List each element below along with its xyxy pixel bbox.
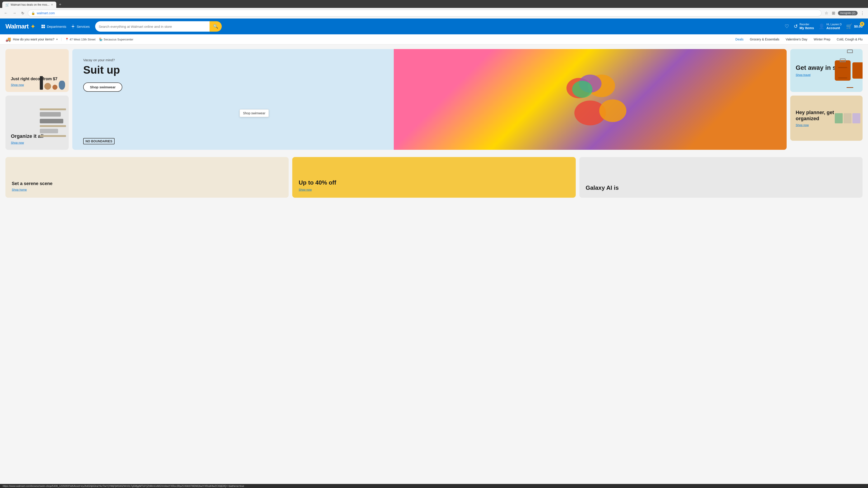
extensions-button[interactable]: ⊞: [831, 10, 836, 17]
shoe-3: [40, 129, 58, 133]
svg-point-4: [72, 26, 74, 27]
search-bar: 🔍: [95, 21, 222, 32]
home-shop-link[interactable]: Shop home: [12, 188, 282, 191]
candle-icon: [40, 76, 43, 90]
incognito-badge: Incognito (2): [838, 11, 858, 15]
store-text: Secaucus Supercenter: [103, 38, 133, 41]
back-button[interactable]: ←: [3, 10, 9, 16]
cart-button[interactable]: 🛒 0 $0.00: [846, 24, 863, 29]
tab-close-button[interactable]: ✕: [51, 3, 53, 6]
reorder-text: Reorder My Items: [800, 23, 814, 30]
grid-icon: [41, 24, 45, 29]
right-column: Get away in style Shop travel Hey planne…: [790, 49, 863, 150]
swimwear-svg: [547, 61, 633, 138]
svg-rect-0: [41, 25, 43, 26]
nav-link-grocery[interactable]: Grocery & Essentials: [750, 37, 779, 41]
shoe-1: [40, 112, 61, 117]
store-display[interactable]: 🏪 Secaucus Supercenter: [99, 38, 133, 41]
vase-icon: [59, 80, 65, 90]
address-text: 47 West 13th Street: [70, 38, 96, 41]
orb-small: [53, 85, 57, 90]
notebook-2: [844, 113, 851, 123]
galaxy-card[interactable]: Galaxy AI is: [579, 157, 863, 198]
account-icon: 👤: [818, 24, 825, 29]
galaxy-card-title: Galaxy AI is: [586, 184, 856, 191]
travel-card[interactable]: Get away in style Shop travel: [790, 49, 863, 92]
organize-card[interactable]: Organize it all Shop now: [5, 96, 69, 150]
reload-button[interactable]: ↻: [20, 10, 26, 16]
nav-link-deals[interactable]: Deals: [735, 37, 743, 41]
nav-link-cold[interactable]: Cold, Cough & Flu: [837, 37, 863, 41]
sale-card[interactable]: Up to 40% off Shop now: [292, 157, 576, 198]
swimsuit-image: [394, 49, 786, 150]
delivery-selector[interactable]: 🚚 How do you want your items? ▾: [5, 37, 58, 42]
services-button[interactable]: Services: [71, 24, 90, 29]
address-display[interactable]: 📍 47 West 13th Street: [65, 38, 96, 41]
shoe-2: [40, 119, 63, 123]
delivery-label: How do you want your items?: [13, 37, 55, 41]
home-card[interactable]: Set a serene scene Shop home: [5, 157, 289, 198]
walmart-header: Walmart ✦ Departments Services 🔍 ♡ ↺ Reo…: [0, 19, 868, 34]
svg-point-10: [599, 99, 626, 122]
heart-icon: ♡: [784, 24, 789, 29]
shelf-2: [40, 125, 66, 127]
main-content: Just right decor from $7 Shop now Organi…: [0, 44, 868, 202]
menu-button[interactable]: ⋮: [860, 10, 865, 17]
search-input[interactable]: [95, 21, 210, 32]
sale-shop-link[interactable]: Shop now: [299, 188, 569, 191]
swimwear-visual: [394, 49, 786, 150]
tab-favicon: 🛒: [5, 3, 9, 6]
decor-card[interactable]: Just right decor from $7 Shop now: [5, 49, 69, 92]
svg-rect-3: [43, 27, 45, 28]
new-tab-button[interactable]: +: [57, 1, 63, 8]
sale-card-title: Up to 40% off: [299, 179, 569, 186]
planner-card[interactable]: Hey planner, get organized Shop now: [790, 96, 863, 141]
notebooks-visual: [835, 99, 860, 137]
location-info: 📍 47 West 13th Street 🏪 Secaucus Superce…: [61, 38, 133, 41]
svg-point-8: [572, 80, 592, 98]
secondary-nav: 🚚 How do you want your items? ▾ 📍 47 Wes…: [0, 34, 868, 44]
orb-large: [44, 83, 51, 90]
account-button[interactable]: 👤 Hi, Lauren D Account: [818, 23, 842, 30]
services-label: Services: [76, 25, 90, 29]
browser-nav-bar: ← → ↻ 🔒 walmart.com ☆ ⊞ Incognito (2) ⋮: [0, 8, 868, 19]
active-tab[interactable]: 🛒 Walmart has deals on the mos... ✕: [2, 2, 56, 8]
address-text: walmart.com: [37, 11, 55, 15]
chevron-down-icon: ▾: [56, 38, 58, 41]
location-pin-icon: 📍: [65, 38, 69, 41]
bookmark-button[interactable]: ☆: [824, 10, 829, 17]
departments-button[interactable]: Departments: [41, 24, 66, 29]
search-button[interactable]: 🔍: [210, 21, 222, 32]
svg-rect-1: [43, 25, 45, 26]
organize-visual: [37, 96, 69, 150]
spark-icon: ✦: [30, 23, 35, 30]
hero-brand-label: NO BOUNDARIES: [83, 138, 115, 144]
walmart-logo[interactable]: Walmart ✦: [5, 23, 35, 30]
address-bar[interactable]: 🔒 walmart.com: [28, 10, 822, 17]
store-icon: 🏪: [99, 38, 103, 41]
suitcase-large: [835, 60, 850, 80]
tab-title: Walmart has deals on the mos...: [11, 3, 50, 6]
delivery-icon: 🚚: [5, 37, 11, 42]
hero-shop-button[interactable]: Shop swimwear: [83, 83, 122, 92]
nav-link-winter[interactable]: Winter Prep: [814, 37, 831, 41]
notebook-3: [852, 113, 860, 123]
suitcases-visual: [835, 51, 863, 90]
secondary-nav-links: Deals Grocery & Essentials Valentine's D…: [735, 37, 863, 41]
logo-text: Walmart: [5, 23, 29, 30]
notebook-1: [835, 113, 843, 123]
wishlist-button[interactable]: ♡: [784, 24, 789, 29]
departments-label: Departments: [47, 25, 66, 29]
suitcase-small: [852, 62, 863, 78]
cart-icon: 🛒: [846, 24, 852, 29]
reorder-button[interactable]: ↺ Reorder My Items: [794, 23, 814, 30]
decor-items-visual: [40, 76, 65, 90]
forward-button[interactable]: →: [11, 10, 18, 16]
hero-card[interactable]: Vacay on your mind? Suit up Shop swimwea…: [72, 49, 786, 150]
account-text: Hi, Lauren D Account: [827, 23, 842, 30]
promo-grid: Just right decor from $7 Shop now Organi…: [5, 49, 863, 153]
shelf-1: [40, 108, 66, 110]
header-left: Walmart ✦ Departments Services: [5, 23, 90, 30]
lock-icon: 🔒: [31, 11, 35, 15]
nav-link-valentines[interactable]: Valentine's Day: [786, 37, 807, 41]
